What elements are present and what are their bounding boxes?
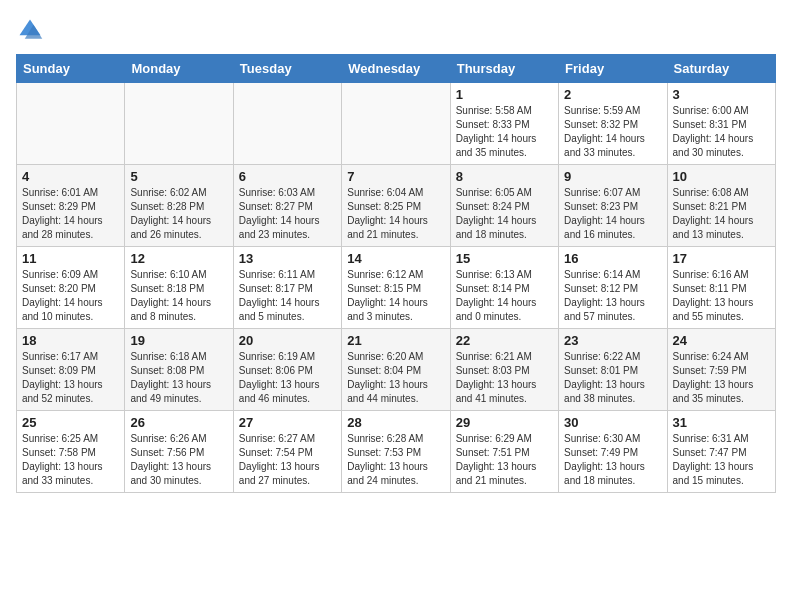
day-number: 10 bbox=[673, 169, 770, 184]
calendar-cell bbox=[17, 83, 125, 165]
day-number: 12 bbox=[130, 251, 227, 266]
calendar-cell: 18Sunrise: 6:17 AM Sunset: 8:09 PM Dayli… bbox=[17, 329, 125, 411]
calendar-cell: 1Sunrise: 5:58 AM Sunset: 8:33 PM Daylig… bbox=[450, 83, 558, 165]
calendar-cell: 8Sunrise: 6:05 AM Sunset: 8:24 PM Daylig… bbox=[450, 165, 558, 247]
calendar-cell: 6Sunrise: 6:03 AM Sunset: 8:27 PM Daylig… bbox=[233, 165, 341, 247]
day-info: Sunrise: 6:26 AM Sunset: 7:56 PM Dayligh… bbox=[130, 432, 227, 488]
day-info: Sunrise: 6:27 AM Sunset: 7:54 PM Dayligh… bbox=[239, 432, 336, 488]
day-number: 18 bbox=[22, 333, 119, 348]
day-number: 14 bbox=[347, 251, 444, 266]
calendar-cell: 28Sunrise: 6:28 AM Sunset: 7:53 PM Dayli… bbox=[342, 411, 450, 493]
day-number: 4 bbox=[22, 169, 119, 184]
day-number: 6 bbox=[239, 169, 336, 184]
calendar-cell: 13Sunrise: 6:11 AM Sunset: 8:17 PM Dayli… bbox=[233, 247, 341, 329]
calendar-cell bbox=[233, 83, 341, 165]
day-number: 20 bbox=[239, 333, 336, 348]
day-info: Sunrise: 6:14 AM Sunset: 8:12 PM Dayligh… bbox=[564, 268, 661, 324]
day-number: 2 bbox=[564, 87, 661, 102]
day-number: 27 bbox=[239, 415, 336, 430]
calendar-header-row: SundayMondayTuesdayWednesdayThursdayFrid… bbox=[17, 55, 776, 83]
day-number: 25 bbox=[22, 415, 119, 430]
calendar-cell bbox=[125, 83, 233, 165]
calendar-cell: 10Sunrise: 6:08 AM Sunset: 8:21 PM Dayli… bbox=[667, 165, 775, 247]
day-number: 17 bbox=[673, 251, 770, 266]
day-info: Sunrise: 6:31 AM Sunset: 7:47 PM Dayligh… bbox=[673, 432, 770, 488]
calendar-week-3: 11Sunrise: 6:09 AM Sunset: 8:20 PM Dayli… bbox=[17, 247, 776, 329]
calendar-cell: 7Sunrise: 6:04 AM Sunset: 8:25 PM Daylig… bbox=[342, 165, 450, 247]
day-number: 23 bbox=[564, 333, 661, 348]
calendar-week-1: 1Sunrise: 5:58 AM Sunset: 8:33 PM Daylig… bbox=[17, 83, 776, 165]
day-info: Sunrise: 6:30 AM Sunset: 7:49 PM Dayligh… bbox=[564, 432, 661, 488]
calendar-cell: 4Sunrise: 6:01 AM Sunset: 8:29 PM Daylig… bbox=[17, 165, 125, 247]
calendar-cell: 21Sunrise: 6:20 AM Sunset: 8:04 PM Dayli… bbox=[342, 329, 450, 411]
day-info: Sunrise: 6:17 AM Sunset: 8:09 PM Dayligh… bbox=[22, 350, 119, 406]
calendar-cell: 22Sunrise: 6:21 AM Sunset: 8:03 PM Dayli… bbox=[450, 329, 558, 411]
day-info: Sunrise: 6:00 AM Sunset: 8:31 PM Dayligh… bbox=[673, 104, 770, 160]
calendar-cell: 16Sunrise: 6:14 AM Sunset: 8:12 PM Dayli… bbox=[559, 247, 667, 329]
day-info: Sunrise: 6:01 AM Sunset: 8:29 PM Dayligh… bbox=[22, 186, 119, 242]
day-number: 31 bbox=[673, 415, 770, 430]
day-info: Sunrise: 6:18 AM Sunset: 8:08 PM Dayligh… bbox=[130, 350, 227, 406]
day-number: 24 bbox=[673, 333, 770, 348]
day-number: 8 bbox=[456, 169, 553, 184]
calendar-cell: 25Sunrise: 6:25 AM Sunset: 7:58 PM Dayli… bbox=[17, 411, 125, 493]
calendar-cell: 19Sunrise: 6:18 AM Sunset: 8:08 PM Dayli… bbox=[125, 329, 233, 411]
day-number: 5 bbox=[130, 169, 227, 184]
calendar-cell: 30Sunrise: 6:30 AM Sunset: 7:49 PM Dayli… bbox=[559, 411, 667, 493]
calendar-cell: 31Sunrise: 6:31 AM Sunset: 7:47 PM Dayli… bbox=[667, 411, 775, 493]
day-info: Sunrise: 6:11 AM Sunset: 8:17 PM Dayligh… bbox=[239, 268, 336, 324]
day-info: Sunrise: 6:05 AM Sunset: 8:24 PM Dayligh… bbox=[456, 186, 553, 242]
calendar-header-wednesday: Wednesday bbox=[342, 55, 450, 83]
day-info: Sunrise: 6:21 AM Sunset: 8:03 PM Dayligh… bbox=[456, 350, 553, 406]
day-info: Sunrise: 6:04 AM Sunset: 8:25 PM Dayligh… bbox=[347, 186, 444, 242]
day-info: Sunrise: 6:20 AM Sunset: 8:04 PM Dayligh… bbox=[347, 350, 444, 406]
day-number: 30 bbox=[564, 415, 661, 430]
day-number: 16 bbox=[564, 251, 661, 266]
calendar-header-saturday: Saturday bbox=[667, 55, 775, 83]
calendar-cell: 15Sunrise: 6:13 AM Sunset: 8:14 PM Dayli… bbox=[450, 247, 558, 329]
calendar-cell: 2Sunrise: 5:59 AM Sunset: 8:32 PM Daylig… bbox=[559, 83, 667, 165]
calendar-cell: 3Sunrise: 6:00 AM Sunset: 8:31 PM Daylig… bbox=[667, 83, 775, 165]
calendar-week-5: 25Sunrise: 6:25 AM Sunset: 7:58 PM Dayli… bbox=[17, 411, 776, 493]
calendar-cell: 23Sunrise: 6:22 AM Sunset: 8:01 PM Dayli… bbox=[559, 329, 667, 411]
day-info: Sunrise: 6:07 AM Sunset: 8:23 PM Dayligh… bbox=[564, 186, 661, 242]
calendar-cell: 5Sunrise: 6:02 AM Sunset: 8:28 PM Daylig… bbox=[125, 165, 233, 247]
calendar-header-monday: Monday bbox=[125, 55, 233, 83]
day-info: Sunrise: 6:22 AM Sunset: 8:01 PM Dayligh… bbox=[564, 350, 661, 406]
day-number: 9 bbox=[564, 169, 661, 184]
calendar-cell: 26Sunrise: 6:26 AM Sunset: 7:56 PM Dayli… bbox=[125, 411, 233, 493]
calendar-header-tuesday: Tuesday bbox=[233, 55, 341, 83]
calendar-cell: 27Sunrise: 6:27 AM Sunset: 7:54 PM Dayli… bbox=[233, 411, 341, 493]
calendar-cell: 20Sunrise: 6:19 AM Sunset: 8:06 PM Dayli… bbox=[233, 329, 341, 411]
day-number: 26 bbox=[130, 415, 227, 430]
day-info: Sunrise: 6:08 AM Sunset: 8:21 PM Dayligh… bbox=[673, 186, 770, 242]
day-info: Sunrise: 6:24 AM Sunset: 7:59 PM Dayligh… bbox=[673, 350, 770, 406]
day-info: Sunrise: 6:02 AM Sunset: 8:28 PM Dayligh… bbox=[130, 186, 227, 242]
calendar-header-sunday: Sunday bbox=[17, 55, 125, 83]
day-info: Sunrise: 6:10 AM Sunset: 8:18 PM Dayligh… bbox=[130, 268, 227, 324]
day-number: 21 bbox=[347, 333, 444, 348]
calendar-cell: 29Sunrise: 6:29 AM Sunset: 7:51 PM Dayli… bbox=[450, 411, 558, 493]
day-info: Sunrise: 6:25 AM Sunset: 7:58 PM Dayligh… bbox=[22, 432, 119, 488]
calendar-body: 1Sunrise: 5:58 AM Sunset: 8:33 PM Daylig… bbox=[17, 83, 776, 493]
logo bbox=[16, 16, 48, 44]
day-number: 15 bbox=[456, 251, 553, 266]
day-info: Sunrise: 5:58 AM Sunset: 8:33 PM Dayligh… bbox=[456, 104, 553, 160]
page-header bbox=[16, 16, 776, 44]
day-info: Sunrise: 6:16 AM Sunset: 8:11 PM Dayligh… bbox=[673, 268, 770, 324]
day-number: 22 bbox=[456, 333, 553, 348]
calendar-cell bbox=[342, 83, 450, 165]
calendar-header-friday: Friday bbox=[559, 55, 667, 83]
calendar-cell: 12Sunrise: 6:10 AM Sunset: 8:18 PM Dayli… bbox=[125, 247, 233, 329]
day-number: 13 bbox=[239, 251, 336, 266]
day-number: 19 bbox=[130, 333, 227, 348]
calendar-cell: 14Sunrise: 6:12 AM Sunset: 8:15 PM Dayli… bbox=[342, 247, 450, 329]
calendar-cell: 24Sunrise: 6:24 AM Sunset: 7:59 PM Dayli… bbox=[667, 329, 775, 411]
calendar-cell: 11Sunrise: 6:09 AM Sunset: 8:20 PM Dayli… bbox=[17, 247, 125, 329]
day-info: Sunrise: 5:59 AM Sunset: 8:32 PM Dayligh… bbox=[564, 104, 661, 160]
day-info: Sunrise: 6:12 AM Sunset: 8:15 PM Dayligh… bbox=[347, 268, 444, 324]
day-info: Sunrise: 6:09 AM Sunset: 8:20 PM Dayligh… bbox=[22, 268, 119, 324]
day-number: 29 bbox=[456, 415, 553, 430]
calendar-week-4: 18Sunrise: 6:17 AM Sunset: 8:09 PM Dayli… bbox=[17, 329, 776, 411]
calendar-week-2: 4Sunrise: 6:01 AM Sunset: 8:29 PM Daylig… bbox=[17, 165, 776, 247]
